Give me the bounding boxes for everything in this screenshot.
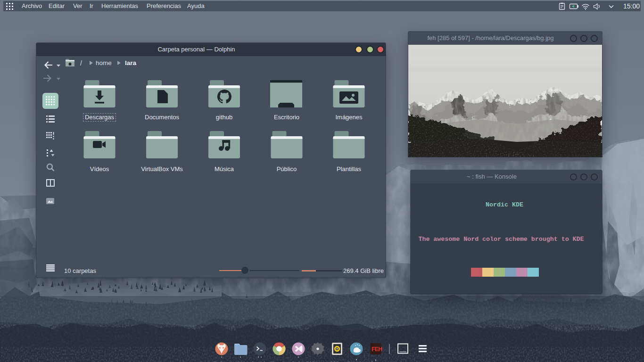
svg-text:FEH: FEH: [372, 346, 382, 353]
